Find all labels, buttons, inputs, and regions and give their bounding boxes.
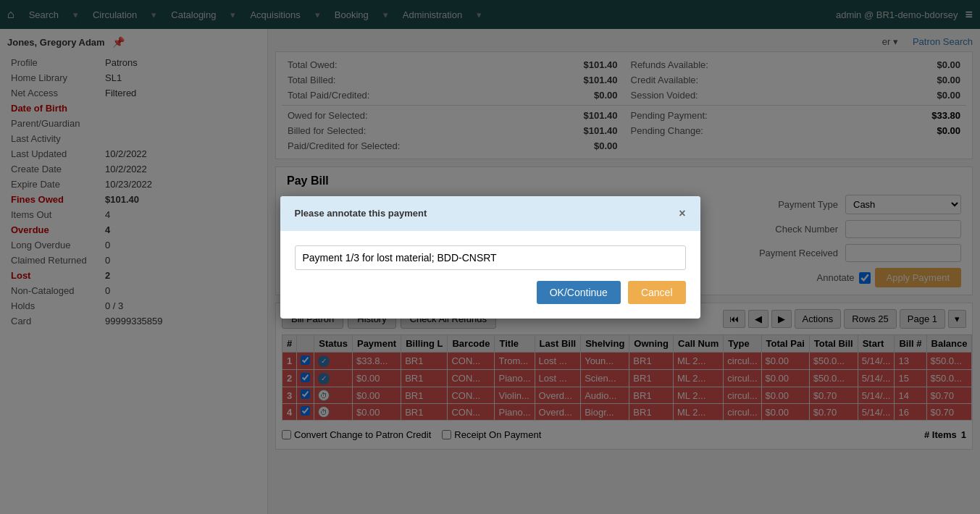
modal-close-icon[interactable]: ×: [679, 207, 685, 220]
modal-overlay[interactable]: Please annotate this payment × OK/Contin…: [0, 0, 980, 514]
modal-header: Please annotate this payment ×: [280, 196, 700, 231]
ok-continue-button[interactable]: OK/Continue: [537, 281, 621, 304]
annotation-input[interactable]: [295, 245, 686, 270]
annotation-modal: Please annotate this payment × OK/Contin…: [280, 196, 700, 319]
modal-body: OK/Continue Cancel: [280, 231, 700, 319]
cancel-button[interactable]: Cancel: [628, 281, 686, 304]
modal-title: Please annotate this payment: [295, 208, 427, 219]
